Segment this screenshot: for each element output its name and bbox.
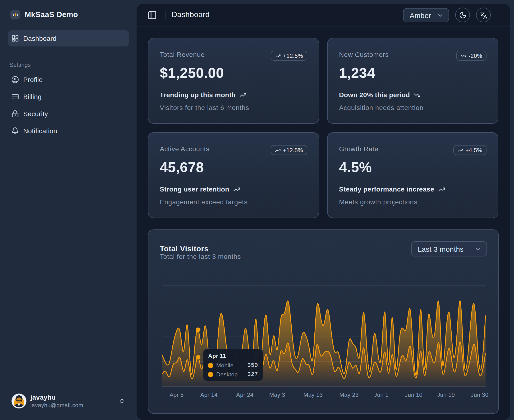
svg-text:Jun 30: Jun 30 bbox=[471, 391, 488, 398]
svg-text:May 13: May 13 bbox=[303, 391, 323, 398]
svg-text:Apr 14: Apr 14 bbox=[200, 391, 218, 398]
svg-text:Apr 24: Apr 24 bbox=[236, 391, 253, 398]
svg-text:Jun 1: Jun 1 bbox=[374, 391, 389, 398]
svg-text:Jun 10: Jun 10 bbox=[405, 391, 423, 398]
svg-text:Apr 5: Apr 5 bbox=[169, 391, 183, 398]
svg-text:May 23: May 23 bbox=[340, 391, 359, 398]
svg-text:May 3: May 3 bbox=[269, 391, 285, 398]
svg-text:Jun 19: Jun 19 bbox=[437, 391, 455, 398]
